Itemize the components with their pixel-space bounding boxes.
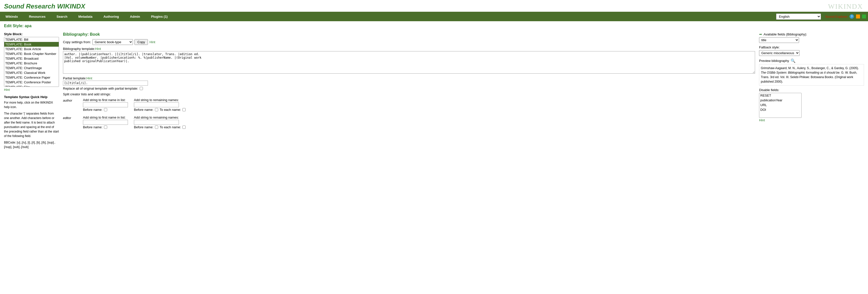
creator-row-author: author Add string to first name in list:… (63, 98, 755, 111)
template-option[interactable]: TEMPLATE: Conference Paper (4, 75, 59, 80)
before-remaining-label-author: Before name: (134, 108, 153, 111)
first-name-label-editor: Add string to first name in list: (83, 116, 128, 119)
feed-icon[interactable] (862, 14, 866, 19)
nav-metadata[interactable]: Metadata (73, 12, 98, 21)
bib-template-hint[interactable]: Hint (95, 47, 101, 51)
template-option[interactable]: TEMPLATE: Book (4, 42, 59, 47)
help-icon[interactable]: ? (849, 14, 854, 19)
preview-text-italic: The OSBib System: Bibliographic formatti… (761, 71, 840, 74)
disable-option[interactable]: URL (759, 103, 801, 107)
to-each-label-editor: To each name: (160, 125, 181, 129)
partial-template-input[interactable] (63, 80, 148, 86)
before-first-label-editor: Before name: (83, 125, 102, 129)
nav-search[interactable]: Search (51, 12, 73, 21)
nav-wikindx[interactable]: Wikindx (0, 12, 24, 21)
before-remaining-checkbox-editor[interactable] (155, 126, 158, 129)
template-option[interactable]: TEMPLATE: Classical Work (4, 70, 59, 75)
copy-settings-select[interactable]: Generic book-type Generic miscellaneous (92, 39, 133, 45)
to-each-label-author: To each name: (160, 108, 181, 111)
first-name-input-author[interactable] (83, 102, 128, 107)
bib-section-title: Bibliography: Book (63, 32, 755, 37)
nav-authoring[interactable]: Authoring (98, 12, 124, 21)
remaining-input-editor[interactable] (134, 120, 179, 125)
to-each-checkbox-author[interactable] (182, 108, 186, 111)
fallback-style-label: Fallback style: (759, 45, 864, 49)
template-option[interactable]: TEMPLATE: Chart/Image (4, 66, 59, 70)
sound-explorer-link[interactable]: Sound Explorer (825, 15, 847, 19)
nav-plugins[interactable]: Plugins (1) (146, 12, 173, 21)
available-fields-title: ➡ Available fields (Bibliography): (759, 32, 864, 36)
bib-template-label: Bibliography template:Hint (63, 47, 755, 51)
template-list[interactable]: TEMPLATE: Bill TEMPLATE: Book TEMPLATE: … (4, 37, 59, 87)
template-option[interactable]: TEMPLATE: Book Chapter Number (4, 52, 59, 56)
page-header-title: Sound Research WIKINDX (4, 2, 864, 10)
template-option[interactable]: TEMPLATE: Broadcast (4, 56, 59, 61)
before-remaining-checkbox-author[interactable] (155, 108, 158, 111)
remaining-input-author[interactable] (134, 102, 179, 107)
quick-help-para1: For more help, click on the WIKINDX help… (4, 100, 59, 109)
partial-hint[interactable]: Hint (87, 76, 92, 80)
creator-name-editor: editor (63, 116, 83, 120)
before-first-checkbox-editor[interactable] (104, 126, 107, 129)
fallback-style-select[interactable]: Generic miscellaneous Generic book-type (759, 50, 800, 56)
template-option[interactable]: TEMPLATE: Book Article (4, 47, 59, 52)
template-option[interactable]: TEMPLATE: Bill (4, 37, 59, 42)
language-select[interactable]: English (776, 13, 821, 20)
disable-fields-list[interactable]: RESET publicationYear URL DOI (759, 93, 802, 118)
bib-template-textarea[interactable]: author. |(publicationYear). |[i]title[/i… (63, 51, 755, 74)
wikindx-logo: WIKINDX (828, 2, 863, 10)
sidebar-hint-link[interactable]: Hint (4, 88, 59, 92)
bbcode-info: BBCode: [u]..[/u], [i]..[/i], [b]..[/b],… (4, 140, 59, 149)
remaining-label-author: Add string to remaining names: (134, 98, 186, 102)
to-each-checkbox-editor[interactable] (182, 126, 186, 129)
arrow-icon: ➡ (759, 32, 762, 36)
template-option[interactable]: TEMPLATE: Brochure (4, 61, 59, 66)
nav-admin[interactable]: Admin (124, 12, 146, 21)
page-title: Edit Style: apa (4, 24, 864, 28)
remaining-label-editor: Add string to remaining names: (134, 116, 186, 119)
first-name-label-author: Add string to first name in list: (83, 98, 128, 102)
before-remaining-label-editor: Before name: (134, 125, 153, 129)
preview-text: Grimshaw-Aagaard, M. N., Aulery, S., Bou… (759, 64, 864, 86)
preview-magnifier-icon[interactable]: 🔍 (790, 58, 796, 63)
nav-resources[interactable]: Resources (24, 12, 51, 21)
disable-option[interactable]: RESET (759, 93, 801, 98)
disable-option[interactable]: publicationYear (759, 98, 801, 103)
disable-hint-link[interactable]: Hint (759, 118, 864, 122)
copy-hint-link[interactable]: Hint (149, 40, 155, 44)
partial-template-label: Partial template:Hint (63, 76, 755, 80)
first-name-input-editor[interactable] (83, 120, 128, 125)
creator-row-editor: editor Add string to first name in list:… (63, 116, 755, 129)
disable-option[interactable]: DOI (759, 107, 801, 112)
before-first-label-author: Before name: (83, 108, 102, 111)
replace-checkbox[interactable] (140, 87, 143, 90)
available-fields-select[interactable]: title author editor publicationYear publ… (759, 37, 799, 43)
creator-name-author: author (63, 98, 83, 102)
copy-button[interactable]: Copy (134, 39, 148, 45)
replace-label: Replace all of original template with pa… (63, 87, 138, 90)
preview-label: Preview bibliography 🔍 (759, 58, 864, 63)
quick-help-para2: The character '|' separates fields from … (4, 111, 59, 138)
template-option[interactable]: TEMPLATE: Film (4, 85, 59, 87)
quick-help-title: Template Syntax Quick Help (4, 95, 59, 99)
copy-settings-label: Copy settings from: (63, 40, 91, 44)
preview-text-before: Grimshaw-Aagaard, M. N., Aulery, S., Bou… (761, 66, 859, 70)
rss-icon[interactable] (856, 14, 860, 19)
before-first-checkbox-author[interactable] (104, 108, 107, 111)
template-option[interactable]: TEMPLATE: Conference Poster (4, 80, 59, 85)
disable-fields-label: Disable fields: (759, 88, 864, 92)
style-block-label: Style Block: (4, 32, 59, 36)
split-creator-label: Split creator lists and add strings: (63, 92, 755, 96)
